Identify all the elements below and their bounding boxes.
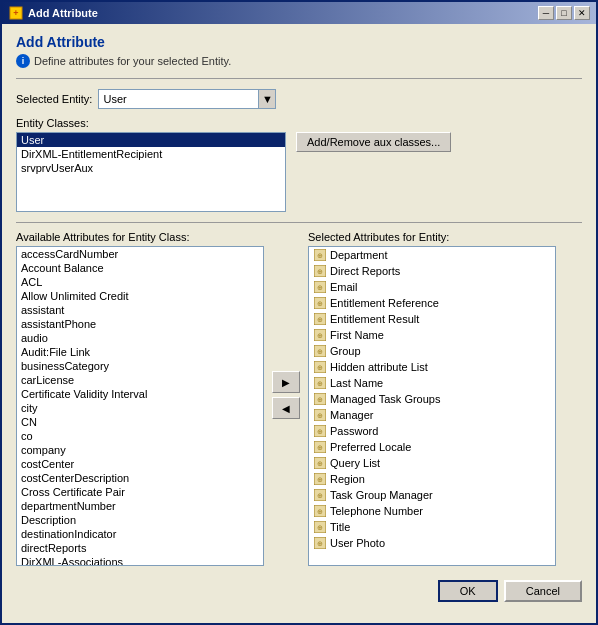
selected-attr-item[interactable]: ⊕ Entitlement Reference bbox=[309, 295, 555, 311]
remove-attribute-button[interactable]: ◀ bbox=[272, 397, 300, 419]
minimize-button[interactable]: ─ bbox=[538, 6, 554, 20]
list-item[interactable]: costCenterDescription bbox=[17, 471, 263, 485]
attr-icon: ⊕ bbox=[313, 360, 327, 374]
svg-text:⊕: ⊕ bbox=[317, 364, 323, 371]
title-bar-controls: ─ □ ✕ bbox=[538, 6, 590, 20]
selected-attr-item[interactable]: ⊕ First Name bbox=[309, 327, 555, 343]
selected-attr-item[interactable]: ⊕ Password bbox=[309, 423, 555, 439]
list-item[interactable]: costCenter bbox=[17, 457, 263, 471]
available-attributes-section: Available Attributes for Entity Class: a… bbox=[16, 231, 264, 566]
list-item[interactable]: departmentNumber bbox=[17, 499, 263, 513]
entity-class-item[interactable]: srvprvUserAux bbox=[17, 161, 285, 175]
attr-name: User Photo bbox=[330, 537, 385, 549]
selected-attr-item[interactable]: ⊕ Last Name bbox=[309, 375, 555, 391]
selected-attr-item[interactable]: ⊕ Preferred Locale bbox=[309, 439, 555, 455]
selected-attr-item[interactable]: ⊕ Entitlement Result bbox=[309, 311, 555, 327]
selected-attr-item[interactable]: ⊕ Telephone Number bbox=[309, 503, 555, 519]
selected-attr-item[interactable]: ⊕ Hidden attribute List bbox=[309, 359, 555, 375]
selected-label: Selected Attributes for Entity: bbox=[308, 231, 556, 243]
list-item[interactable]: Audit:File Link bbox=[17, 345, 263, 359]
list-item[interactable]: assistantPhone bbox=[17, 317, 263, 331]
ok-button[interactable]: OK bbox=[438, 580, 498, 602]
attr-name: Hidden attribute List bbox=[330, 361, 428, 373]
attr-icon: ⊕ bbox=[313, 328, 327, 342]
list-item[interactable]: CN bbox=[17, 415, 263, 429]
list-item[interactable]: Description bbox=[17, 513, 263, 527]
selected-attr-item[interactable]: ⊕ Query List bbox=[309, 455, 555, 471]
attr-icon: ⊕ bbox=[313, 408, 327, 422]
entity-class-item[interactable]: DirXML-EntitlementRecipient bbox=[17, 147, 285, 161]
attr-icon: ⊕ bbox=[313, 440, 327, 454]
selected-attr-item[interactable]: ⊕ Department bbox=[309, 247, 555, 263]
attr-name: Group bbox=[330, 345, 361, 357]
entity-select-control[interactable]: ▼ bbox=[98, 89, 276, 109]
svg-text:⊕: ⊕ bbox=[317, 444, 323, 451]
list-item[interactable]: Account Balance bbox=[17, 261, 263, 275]
attr-icon: ⊕ bbox=[313, 520, 327, 534]
svg-text:⊕: ⊕ bbox=[317, 300, 323, 307]
list-item[interactable]: Certificate Validity Interval bbox=[17, 387, 263, 401]
available-attributes-list[interactable]: accessCardNumber Account Balance ACL All… bbox=[16, 246, 264, 566]
list-item[interactable]: audio bbox=[17, 331, 263, 345]
list-item[interactable]: Allow Unlimited Credit bbox=[17, 289, 263, 303]
selected-attr-item[interactable]: ⊕ Region bbox=[309, 471, 555, 487]
window-title: Add Attribute bbox=[28, 7, 98, 19]
dialog-content: Add Attribute i Define attributes for yo… bbox=[2, 24, 596, 616]
entity-class-item[interactable]: User bbox=[17, 133, 285, 147]
selected-attr-item[interactable]: ⊕ Task Group Manager bbox=[309, 487, 555, 503]
add-attribute-dialog: + Add Attribute ─ □ ✕ Add Attribute i De… bbox=[0, 0, 598, 625]
selected-attr-item[interactable]: ⊕ Title bbox=[309, 519, 555, 535]
svg-text:⊕: ⊕ bbox=[317, 396, 323, 403]
list-item[interactable]: DirXML-Associations bbox=[17, 555, 263, 566]
attr-icon: ⊕ bbox=[313, 280, 327, 294]
cancel-button[interactable]: Cancel bbox=[504, 580, 582, 602]
attr-name: Entitlement Result bbox=[330, 313, 419, 325]
add-attribute-button[interactable]: ▶ bbox=[272, 371, 300, 393]
aux-classes-button[interactable]: Add/Remove aux classes... bbox=[296, 132, 451, 152]
svg-text:⊕: ⊕ bbox=[317, 524, 323, 531]
list-item[interactable]: assistant bbox=[17, 303, 263, 317]
list-item[interactable]: accessCardNumber bbox=[17, 247, 263, 261]
selected-attr-item[interactable]: ⊕ Email bbox=[309, 279, 555, 295]
selected-attr-item[interactable]: ⊕ Managed Task Groups bbox=[309, 391, 555, 407]
entity-classes-list[interactable]: User DirXML-EntitlementRecipient srvprvU… bbox=[16, 132, 286, 212]
selected-entity-row: Selected Entity: ▼ bbox=[16, 89, 582, 109]
selected-attributes-list[interactable]: ⊕ Department ⊕ Direct Reports ⊕ Email ⊕ … bbox=[308, 246, 556, 566]
attr-icon: ⊕ bbox=[313, 424, 327, 438]
attr-name: Region bbox=[330, 473, 365, 485]
selected-attr-item[interactable]: ⊕ Direct Reports bbox=[309, 263, 555, 279]
list-item[interactable]: directReports bbox=[17, 541, 263, 555]
list-item[interactable]: businessCategory bbox=[17, 359, 263, 373]
attr-icon: ⊕ bbox=[313, 248, 327, 262]
list-item[interactable]: ACL bbox=[17, 275, 263, 289]
list-item[interactable]: destinationIndicator bbox=[17, 527, 263, 541]
selected-attr-item[interactable]: ⊕ Group bbox=[309, 343, 555, 359]
available-label: Available Attributes for Entity Class: bbox=[16, 231, 264, 243]
attr-name: Password bbox=[330, 425, 378, 437]
selected-attr-item[interactable]: ⊕ User Photo bbox=[309, 535, 555, 551]
svg-text:+: + bbox=[13, 8, 18, 18]
svg-text:⊕: ⊕ bbox=[317, 540, 323, 547]
attr-name: Query List bbox=[330, 457, 380, 469]
close-button[interactable]: ✕ bbox=[574, 6, 590, 20]
list-item[interactable]: Cross Certificate Pair bbox=[17, 485, 263, 499]
attr-name: Telephone Number bbox=[330, 505, 423, 517]
attr-name: Direct Reports bbox=[330, 265, 400, 277]
list-item[interactable]: city bbox=[17, 401, 263, 415]
attr-name: Task Group Manager bbox=[330, 489, 433, 501]
list-item[interactable]: company bbox=[17, 443, 263, 457]
entity-input[interactable] bbox=[98, 89, 258, 109]
attr-icon: ⊕ bbox=[313, 376, 327, 390]
attr-icon: ⊕ bbox=[313, 264, 327, 278]
middle-divider bbox=[16, 222, 582, 223]
svg-text:⊕: ⊕ bbox=[317, 284, 323, 291]
attr-name: Department bbox=[330, 249, 387, 261]
subtitle-text: Define attributes for your selected Enti… bbox=[34, 55, 231, 67]
list-item[interactable]: co bbox=[17, 429, 263, 443]
attr-name: First Name bbox=[330, 329, 384, 341]
maximize-button[interactable]: □ bbox=[556, 6, 572, 20]
entity-dropdown-arrow[interactable]: ▼ bbox=[258, 89, 276, 109]
list-item[interactable]: carLicense bbox=[17, 373, 263, 387]
selected-attr-item[interactable]: ⊕ Manager bbox=[309, 407, 555, 423]
svg-text:⊕: ⊕ bbox=[317, 332, 323, 339]
